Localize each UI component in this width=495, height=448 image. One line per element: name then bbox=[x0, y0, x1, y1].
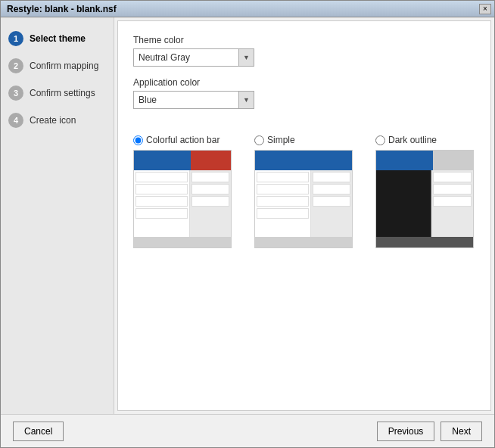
simple-radio-row: Simple bbox=[254, 135, 295, 145]
sidebar-item-select-theme[interactable]: 1 Select theme bbox=[1, 25, 114, 52]
step-number-2: 2 bbox=[8, 58, 23, 73]
theme-color-value: Neutral Gray bbox=[134, 52, 238, 63]
dark-preview-header bbox=[376, 151, 473, 170]
colorful-row-3 bbox=[135, 196, 188, 207]
simple-right-row-3 bbox=[313, 196, 350, 207]
dark-preview-body bbox=[376, 170, 473, 237]
colorful-header-red bbox=[191, 151, 231, 170]
simple-row-1 bbox=[257, 172, 309, 182]
dark-right-col bbox=[431, 170, 473, 237]
main-content: 1 Select theme 2 Confirm mapping 3 Confi… bbox=[1, 17, 494, 414]
colorful-radio-row: Colorful action bar bbox=[133, 135, 219, 145]
cancel-button[interactable]: Cancel bbox=[13, 422, 64, 441]
simple-preview-body bbox=[255, 170, 352, 237]
colorful-right-col bbox=[190, 170, 231, 237]
colorful-preview bbox=[133, 150, 232, 248]
dark-preview bbox=[375, 150, 474, 248]
simple-radio[interactable] bbox=[254, 135, 264, 145]
simple-row-2 bbox=[257, 184, 309, 194]
simple-label: Simple bbox=[267, 135, 295, 145]
main-window: Restyle: blank - blank.nsf × 1 Select th… bbox=[0, 0, 495, 448]
simple-row-3 bbox=[257, 196, 309, 207]
simple-option: Simple bbox=[254, 135, 353, 248]
dark-outline-option: Dark outline bbox=[375, 135, 474, 248]
step-number-1: 1 bbox=[8, 31, 23, 46]
colorful-row-2 bbox=[135, 184, 188, 194]
dark-right-row-1 bbox=[433, 172, 472, 182]
dark-header-gray bbox=[433, 151, 473, 170]
previous-button[interactable]: Previous bbox=[377, 422, 435, 441]
colorful-right-row-1 bbox=[191, 172, 229, 182]
simple-right-row-2 bbox=[313, 184, 350, 194]
simple-preview-header bbox=[255, 151, 352, 170]
colorful-radio[interactable] bbox=[133, 135, 143, 145]
sidebar-item-create-icon[interactable]: 4 Create icon bbox=[1, 107, 114, 134]
application-color-value: Blue bbox=[134, 95, 238, 105]
style-options: Colorful action bar bbox=[133, 135, 475, 248]
simple-right-col bbox=[311, 170, 352, 237]
colorful-right-row-2 bbox=[191, 184, 229, 194]
content-area: Theme color Neutral Gray ▼ Application c… bbox=[117, 20, 491, 411]
dark-header-blue bbox=[376, 151, 433, 170]
colorful-right-row-3 bbox=[191, 196, 229, 207]
application-color-label: Application color bbox=[133, 77, 475, 88]
dark-radio[interactable] bbox=[375, 135, 385, 145]
dark-right-row-3 bbox=[433, 196, 472, 207]
window-title: Restyle: blank - blank.nsf bbox=[7, 4, 117, 14]
step-number-4: 4 bbox=[8, 113, 23, 128]
colorful-preview-body bbox=[134, 170, 231, 237]
title-bar: Restyle: blank - blank.nsf × bbox=[1, 1, 494, 17]
colorful-preview-header bbox=[134, 151, 231, 170]
theme-color-arrow-icon: ▼ bbox=[238, 49, 254, 66]
dark-label: Dark outline bbox=[388, 135, 437, 145]
sidebar-item-confirm-settings[interactable]: 3 Confirm settings bbox=[1, 79, 114, 107]
simple-preview-footer bbox=[255, 237, 352, 247]
sidebar-label-3: Confirm settings bbox=[30, 88, 95, 98]
colorful-header-blue bbox=[134, 151, 191, 170]
dark-radio-row: Dark outline bbox=[375, 135, 437, 145]
theme-color-label: Theme color bbox=[133, 35, 475, 45]
simple-preview bbox=[254, 150, 353, 248]
sidebar: 1 Select theme 2 Confirm mapping 3 Confi… bbox=[1, 17, 114, 414]
colorful-action-bar-option: Colorful action bar bbox=[133, 135, 232, 248]
colorful-left-col bbox=[134, 170, 190, 237]
colorful-row-4 bbox=[135, 208, 188, 219]
footer-bar: Cancel Previous Next bbox=[1, 414, 494, 447]
application-color-dropdown[interactable]: Blue ▼ bbox=[133, 91, 254, 109]
sidebar-label-1: Select theme bbox=[30, 33, 86, 44]
simple-right-row-1 bbox=[313, 172, 350, 182]
nav-buttons: Previous Next bbox=[377, 422, 482, 441]
close-icon: × bbox=[483, 5, 487, 13]
colorful-label: Colorful action bar bbox=[146, 135, 219, 145]
theme-color-dropdown[interactable]: Neutral Gray ▼ bbox=[133, 48, 254, 67]
sidebar-label-2: Confirm mapping bbox=[30, 61, 98, 71]
dark-right-row-2 bbox=[433, 184, 472, 194]
colorful-preview-footer bbox=[134, 237, 231, 247]
dark-left-col bbox=[376, 170, 431, 237]
sidebar-label-4: Create icon bbox=[30, 115, 76, 126]
dark-preview-footer bbox=[376, 237, 473, 247]
close-button[interactable]: × bbox=[479, 4, 491, 14]
next-button[interactable]: Next bbox=[441, 422, 482, 441]
simple-row-4 bbox=[257, 208, 309, 219]
step-number-3: 3 bbox=[8, 86, 23, 101]
simple-left-col bbox=[255, 170, 311, 237]
sidebar-item-confirm-mapping[interactable]: 2 Confirm mapping bbox=[1, 52, 114, 79]
application-color-arrow-icon: ▼ bbox=[238, 92, 254, 108]
colorful-row-1 bbox=[135, 172, 188, 182]
